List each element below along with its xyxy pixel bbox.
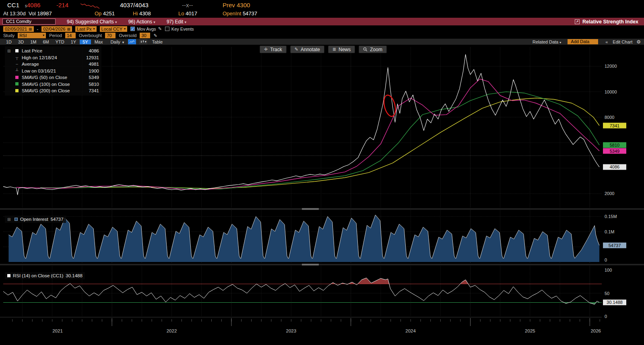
svg-text:8000: 8000 [605, 115, 614, 120]
svg-text:30.1488: 30.1488 [607, 300, 623, 305]
low-price: Lo 4017 [178, 10, 197, 17]
open-interest-legend[interactable]: ⊞ Open Interest 54737 [5, 216, 66, 223]
range-tab-6m[interactable]: 6M [40, 39, 52, 44]
annotate-button[interactable]: ✎ Annotate [290, 46, 324, 53]
range-tab-ytd[interactable]: YTD [53, 39, 67, 44]
svg-text:0: 0 [605, 258, 607, 262]
panel-resize-handle[interactable] [302, 208, 319, 210]
related-data-dropdown[interactable]: Related Data ▾ [533, 39, 561, 44]
range-tab-1y[interactable]: 1Y [68, 39, 79, 44]
key-events-option: Key Events [165, 27, 194, 31]
gear-icon[interactable]: ⚙ [636, 39, 641, 45]
track-button[interactable]: ✛ Track [260, 46, 287, 53]
rsi-line [3, 278, 599, 305]
period-input[interactable]: 14 [65, 33, 76, 38]
zoom-button[interactable]: Zoom [359, 46, 387, 53]
quote-header-row2: At 13:30d Vol 18987 Op 4251 Hi 4308 Lo 4… [0, 10, 644, 18]
key-events-checkbox[interactable] [165, 27, 169, 31]
chevron-down-icon: ▾ [93, 26, 95, 32]
collapse-icon[interactable]: « [605, 39, 608, 44]
svg-text:100: 100 [605, 268, 612, 272]
open-price: Op 4251 [95, 10, 115, 17]
prev-close: Prev 4300 [223, 2, 250, 8]
calendar-icon: ▦ [29, 26, 32, 32]
annotate-pencil-icon: ✎ [295, 47, 298, 52]
calendar-icon: ▦ [67, 26, 70, 32]
candlestick-icon [140, 40, 145, 44]
last-price-swatch [15, 49, 19, 52]
expand-icon[interactable]: ⊞ [7, 49, 12, 53]
edit-chart-button[interactable]: Edit Chart [613, 39, 632, 44]
rsi-swatch [7, 274, 10, 277]
mov-avgs-checkbox[interactable]: ✓ [130, 27, 135, 31]
date-settings-row: 02/05/2021▦ - 02/04/2026▦ Last Px▾ Local… [0, 25, 644, 32]
menu-suggested-charts[interactable]: 94) Suggested Charts ▾ [67, 19, 117, 25]
currency-dropdown[interactable]: Local CCY▾ [100, 26, 128, 32]
table-button[interactable]: Table [152, 39, 163, 44]
range-tab-3d[interactable]: 3D [15, 39, 27, 44]
price-type-dropdown[interactable]: Last Px▾ [75, 26, 97, 32]
chart-region[interactable]: 120001000080002000734158105349408600.1M0… [0, 45, 644, 345]
date-from-field[interactable]: 02/05/2021▦ [3, 26, 34, 32]
legend-row-smavg200[interactable]: SMAVG (200) on Close 7341 [7, 87, 99, 94]
security-field[interactable]: CC1 Comdty [2, 19, 56, 25]
range-tab-1d[interactable]: 1D [3, 39, 14, 44]
external-link-icon[interactable]: ↗ [575, 19, 580, 24]
track-crosshair-icon: ✛ [264, 47, 268, 52]
price-change: -214 [56, 2, 68, 8]
line-chart-type-button[interactable] [128, 39, 136, 44]
add-data-button[interactable]: Add Data [568, 39, 598, 44]
range-tab-5y[interactable]: 5Y [80, 39, 91, 44]
function-bar: CC1 Comdty 94) Suggested Charts ▾ 96) Ac… [0, 18, 644, 25]
study-label: Study [3, 33, 14, 38]
bid-ask: 4037/4043 [120, 2, 149, 8]
bid-ask-size: --x-- [182, 2, 193, 8]
legend-row-smavg50[interactable]: SMAVG (50) on Close 5349 [7, 74, 99, 81]
svg-text:2022: 2022 [167, 328, 177, 333]
legend-row-last-price[interactable]: ⊞ Last Price 4086 [7, 48, 99, 54]
edit-pencil-icon[interactable]: ✎ [153, 33, 157, 38]
legend-row-average[interactable]: ┄ Average 4981 [7, 61, 99, 68]
svg-text:5810: 5810 [610, 143, 619, 148]
smavg100-swatch [15, 82, 19, 85]
panel-resize-handle[interactable] [302, 264, 319, 266]
chart-toolbar: 1D 3D 1M 6M YTD 1Y 5Y Max Daily ▼ ▾ Tabl… [0, 39, 644, 45]
range-tab-1m[interactable]: 1M [27, 39, 39, 44]
expand-icon[interactable]: ⊞ [7, 217, 12, 222]
menu-actions[interactable]: 96) Actions ▾ [128, 19, 155, 25]
annotation-ellipse [382, 94, 397, 118]
study-dropdown[interactable]: RSI▾ [18, 33, 46, 38]
high-marker-icon: ┬ [14, 55, 20, 60]
svg-text:2023: 2023 [286, 328, 297, 333]
legend-row-smavg100[interactable]: SMAVG (100) on Close 5810 [7, 81, 99, 88]
chevron-down-icon: ▾ [185, 20, 187, 24]
last-price: s4086 [25, 2, 40, 8]
asof-volume: At 13:30d Vol 18987 [3, 10, 52, 17]
oversold-input[interactable]: 30 [140, 33, 150, 38]
range-tab-max[interactable]: Max [92, 39, 106, 44]
svg-text:2025: 2025 [525, 328, 535, 333]
high-price: Hi 4308 [133, 10, 151, 17]
overbought-input[interactable]: 70 [105, 33, 116, 38]
svg-text:7341: 7341 [610, 123, 619, 128]
svg-text:2024: 2024 [405, 328, 416, 333]
rsi-legend[interactable]: RSI (14) on Close (CC1) 30.1488 [5, 272, 85, 279]
legend-row-low[interactable]: ┴ Low on 03/16/21 1900 [7, 68, 99, 75]
chevron-down-icon: ▾ [115, 20, 117, 24]
svg-text:50: 50 [605, 291, 609, 296]
chevron-down-icon: ▼ [122, 41, 125, 44]
menu-edit[interactable]: 97) Edit ▾ [167, 19, 186, 25]
date-to-field[interactable]: 02/04/2026▦ [41, 26, 72, 32]
zoom-magnifier-icon [363, 47, 367, 52]
quote-header-row1: CC1 s4086 -214 4037/4043 --x-- Prev 4300 [0, 0, 644, 10]
chevron-down-icon: ▾ [145, 40, 147, 44]
candle-chart-type-button[interactable]: ▾ [139, 39, 147, 44]
open-interest-area [8, 215, 599, 262]
legend-row-high[interactable]: ┬ High on 12/18/24 12931 [7, 54, 99, 61]
news-button[interactable]: ≣ News [328, 46, 355, 53]
low-marker-icon: ┴ [14, 69, 20, 73]
svg-text:2021: 2021 [52, 328, 63, 333]
svg-text:2026: 2026 [590, 328, 601, 333]
frequency-dropdown[interactable]: Daily ▼ [110, 39, 124, 44]
edit-pencil-icon[interactable]: ✎ [158, 26, 162, 31]
